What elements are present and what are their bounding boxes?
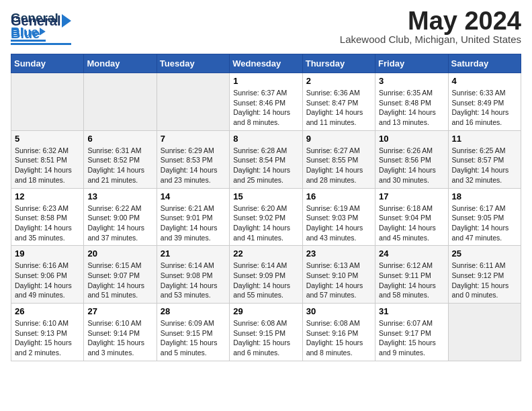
day-info: Sunrise: 6:28 AM Sunset: 8:54 PM Dayligh… <box>233 146 298 185</box>
header-tuesday: Tuesday <box>157 54 229 73</box>
day-cell: 11Sunrise: 6:25 AM Sunset: 8:57 PM Dayli… <box>448 130 521 188</box>
day-number: 30 <box>306 306 371 316</box>
day-cell: 17Sunrise: 6:18 AM Sunset: 9:04 PM Dayli… <box>375 188 448 246</box>
day-number: 17 <box>379 191 444 201</box>
header-monday: Monday <box>84 54 157 73</box>
day-cell: 12Sunrise: 6:23 AM Sunset: 8:58 PM Dayli… <box>11 188 84 246</box>
calendar-table: Sunday Monday Tuesday Wednesday Thursday… <box>11 54 521 361</box>
day-number: 18 <box>452 191 517 201</box>
day-cell: 27Sunrise: 6:10 AM Sunset: 9:14 PM Dayli… <box>84 304 157 361</box>
day-number: 27 <box>87 306 152 316</box>
day-number: 26 <box>15 306 80 316</box>
day-cell: 26Sunrise: 6:10 AM Sunset: 9:13 PM Dayli… <box>11 304 84 361</box>
header-saturday: Saturday <box>448 54 521 73</box>
day-info: Sunrise: 6:35 AM Sunset: 8:48 PM Dayligh… <box>379 88 444 128</box>
day-number: 20 <box>87 248 152 259</box>
day-number: 21 <box>161 248 226 259</box>
day-cell: 2Sunrise: 6:36 AM Sunset: 8:47 PM Daylig… <box>302 73 375 131</box>
day-number: 7 <box>161 134 226 144</box>
day-cell: 21Sunrise: 6:14 AM Sunset: 9:08 PM Dayli… <box>157 246 229 304</box>
day-info: Sunrise: 6:27 AM Sunset: 8:55 PM Dayligh… <box>306 146 371 185</box>
day-info: Sunrise: 6:11 AM Sunset: 9:12 PM Dayligh… <box>452 261 517 300</box>
main-title: May 2024 <box>340 8 521 34</box>
day-info: Sunrise: 6:14 AM Sunset: 9:09 PM Dayligh… <box>233 261 298 300</box>
day-number: 11 <box>452 134 517 144</box>
day-info: Sunrise: 6:15 AM Sunset: 9:07 PM Dayligh… <box>87 261 152 300</box>
day-info: Sunrise: 6:12 AM Sunset: 9:11 PM Dayligh… <box>379 261 444 300</box>
day-number: 24 <box>379 248 444 259</box>
day-info: Sunrise: 6:25 AM Sunset: 8:57 PM Dayligh… <box>452 146 517 185</box>
header-friday: Friday <box>375 54 448 73</box>
day-info: Sunrise: 6:18 AM Sunset: 9:04 PM Dayligh… <box>379 203 444 243</box>
calendar-body: 1Sunrise: 6:37 AM Sunset: 8:46 PM Daylig… <box>11 73 521 361</box>
day-cell: 22Sunrise: 6:14 AM Sunset: 9:09 PM Dayli… <box>230 246 302 304</box>
day-info: Sunrise: 6:10 AM Sunset: 9:13 PM Dayligh… <box>15 318 80 358</box>
day-cell: 13Sunrise: 6:22 AM Sunset: 9:00 PM Dayli… <box>84 188 157 246</box>
day-number: 3 <box>379 76 444 86</box>
day-cell: 8Sunrise: 6:28 AM Sunset: 8:54 PM Daylig… <box>230 130 302 188</box>
day-info: Sunrise: 6:22 AM Sunset: 9:00 PM Dayligh… <box>87 203 152 243</box>
day-number: 4 <box>452 76 517 86</box>
calendar-container: Sunday Monday Tuesday Wednesday Thursday… <box>11 54 521 361</box>
day-info: Sunrise: 6:36 AM Sunset: 8:47 PM Dayligh… <box>306 88 371 128</box>
day-cell: 5Sunrise: 6:32 AM Sunset: 8:51 PM Daylig… <box>11 130 84 188</box>
day-cell: 29Sunrise: 6:08 AM Sunset: 9:15 PM Dayli… <box>230 304 302 361</box>
calendar-header: Sunday Monday Tuesday Wednesday Thursday… <box>11 54 521 73</box>
day-info: Sunrise: 6:32 AM Sunset: 8:51 PM Dayligh… <box>15 146 80 185</box>
day-cell: 30Sunrise: 6:08 AM Sunset: 9:16 PM Dayli… <box>302 304 375 361</box>
day-cell: 19Sunrise: 6:16 AM Sunset: 9:06 PM Dayli… <box>11 246 84 304</box>
day-number: 15 <box>233 191 298 201</box>
day-cell: 10Sunrise: 6:26 AM Sunset: 8:56 PM Dayli… <box>375 130 448 188</box>
day-number: 6 <box>87 134 152 144</box>
day-number: 14 <box>161 191 226 201</box>
day-number: 5 <box>15 134 80 144</box>
day-info: Sunrise: 6:21 AM Sunset: 9:01 PM Dayligh… <box>161 203 226 243</box>
day-cell: 23Sunrise: 6:13 AM Sunset: 9:10 PM Dayli… <box>302 246 375 304</box>
day-info: Sunrise: 6:31 AM Sunset: 8:52 PM Dayligh… <box>87 146 152 185</box>
day-cell <box>84 73 157 131</box>
day-cell: 3Sunrise: 6:35 AM Sunset: 8:48 PM Daylig… <box>375 73 448 131</box>
day-cell: 15Sunrise: 6:20 AM Sunset: 9:02 PM Dayli… <box>230 188 302 246</box>
day-cell: 1Sunrise: 6:37 AM Sunset: 8:46 PM Daylig… <box>230 73 302 131</box>
day-info: Sunrise: 6:20 AM Sunset: 9:02 PM Dayligh… <box>233 203 298 243</box>
day-number: 22 <box>233 248 298 259</box>
day-cell <box>11 73 84 131</box>
day-cell: 28Sunrise: 6:09 AM Sunset: 9:15 PM Dayli… <box>157 304 229 361</box>
logo-underline-bar <box>11 43 71 45</box>
logo-triangle <box>62 14 71 28</box>
day-info: Sunrise: 6:16 AM Sunset: 9:06 PM Dayligh… <box>15 261 80 300</box>
day-cell: 4Sunrise: 6:33 AM Sunset: 8:49 PM Daylig… <box>448 73 521 131</box>
week-row-5: 26Sunrise: 6:10 AM Sunset: 9:13 PM Dayli… <box>11 304 521 361</box>
logo-general-text: General <box>11 14 60 28</box>
day-number: 12 <box>15 191 80 201</box>
day-number: 13 <box>87 191 152 201</box>
day-info: Sunrise: 6:19 AM Sunset: 9:03 PM Dayligh… <box>306 203 371 243</box>
day-info: Sunrise: 6:10 AM Sunset: 9:14 PM Dayligh… <box>87 318 152 358</box>
day-number: 9 <box>306 134 371 144</box>
day-cell: 14Sunrise: 6:21 AM Sunset: 9:01 PM Dayli… <box>157 188 229 246</box>
week-row-1: 1Sunrise: 6:37 AM Sunset: 8:46 PM Daylig… <box>11 73 521 131</box>
day-cell: 9Sunrise: 6:27 AM Sunset: 8:55 PM Daylig… <box>302 130 375 188</box>
day-cell: 6Sunrise: 6:31 AM Sunset: 8:52 PM Daylig… <box>84 130 157 188</box>
header-sunday: Sunday <box>11 54 84 73</box>
sub-title: Lakewood Club, Michigan, United States <box>340 34 521 45</box>
day-cell <box>448 304 521 361</box>
day-cell: 18Sunrise: 6:17 AM Sunset: 9:05 PM Dayli… <box>448 188 521 246</box>
day-number: 16 <box>306 191 371 201</box>
day-info: Sunrise: 6:08 AM Sunset: 9:15 PM Dayligh… <box>233 318 298 358</box>
day-info: Sunrise: 6:29 AM Sunset: 8:53 PM Dayligh… <box>161 146 226 185</box>
day-info: Sunrise: 6:14 AM Sunset: 9:08 PM Dayligh… <box>161 261 226 300</box>
day-number: 23 <box>306 248 371 259</box>
day-info: Sunrise: 6:37 AM Sunset: 8:46 PM Dayligh… <box>233 88 298 128</box>
day-info: Sunrise: 6:09 AM Sunset: 9:15 PM Dayligh… <box>161 318 226 358</box>
day-cell: 20Sunrise: 6:15 AM Sunset: 9:07 PM Dayli… <box>84 246 157 304</box>
header-row: Sunday Monday Tuesday Wednesday Thursday… <box>11 54 521 73</box>
logo-blue-text: Blue <box>11 26 40 42</box>
day-info: Sunrise: 6:13 AM Sunset: 9:10 PM Dayligh… <box>306 261 371 300</box>
day-cell: 16Sunrise: 6:19 AM Sunset: 9:03 PM Dayli… <box>302 188 375 246</box>
day-info: Sunrise: 6:26 AM Sunset: 8:56 PM Dayligh… <box>379 146 444 185</box>
day-number: 19 <box>15 248 80 259</box>
day-cell: 31Sunrise: 6:07 AM Sunset: 9:17 PM Dayli… <box>375 304 448 361</box>
day-info: Sunrise: 6:33 AM Sunset: 8:49 PM Dayligh… <box>452 88 517 128</box>
day-cell: 24Sunrise: 6:12 AM Sunset: 9:11 PM Dayli… <box>375 246 448 304</box>
